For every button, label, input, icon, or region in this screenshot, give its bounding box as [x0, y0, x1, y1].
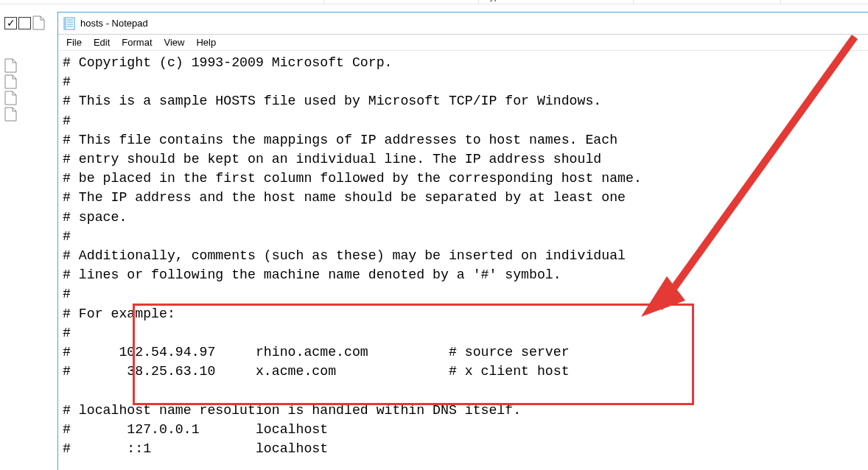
checkbox-icon[interactable]: ✓ — [18, 17, 31, 29]
window-title: hosts - Notepad — [80, 18, 148, 29]
menu-format[interactable]: Format — [116, 35, 157, 49]
titlebar[interactable]: hosts - Notepad — [58, 13, 868, 35]
menu-help[interactable]: Help — [191, 35, 221, 49]
menu-edit[interactable]: Edit — [88, 35, 115, 49]
editor-textarea[interactable]: # Copyright (c) 1993-2009 Microsoft Corp… — [58, 52, 868, 470]
column-size[interactable]: Size — [634, 0, 781, 4]
notepad-window: hosts - Notepad File Edit Format View He… — [57, 12, 868, 470]
file-icon[interactable] — [4, 91, 17, 105]
menubar: File Edit Format View Help — [58, 35, 868, 51]
explorer-file-list-edge: ✓ ✓ — [4, 15, 55, 122]
menu-file[interactable]: File — [61, 35, 87, 49]
notepad-icon — [63, 17, 76, 30]
column-name[interactable]: Name — [0, 0, 324, 4]
column-type[interactable]: Type — [479, 0, 634, 4]
checkbox-icon[interactable]: ✓ — [4, 17, 17, 29]
file-icon[interactable] — [4, 58, 17, 73]
file-icon[interactable] — [32, 15, 45, 30]
explorer-column-headers: Name Date modified Type Size — [0, 0, 868, 4]
menu-view[interactable]: View — [159, 35, 190, 49]
file-icon[interactable] — [4, 107, 17, 122]
column-date-modified[interactable]: Date modified — [324, 0, 479, 4]
svg-rect-1 — [64, 18, 66, 29]
file-icon[interactable] — [4, 74, 17, 89]
